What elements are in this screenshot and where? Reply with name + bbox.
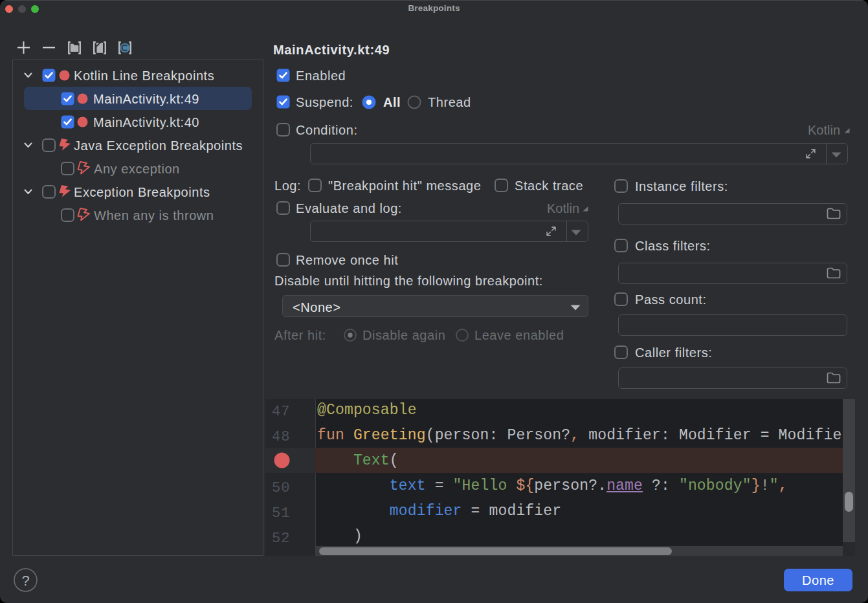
svg-text:?: ? (21, 573, 29, 589)
